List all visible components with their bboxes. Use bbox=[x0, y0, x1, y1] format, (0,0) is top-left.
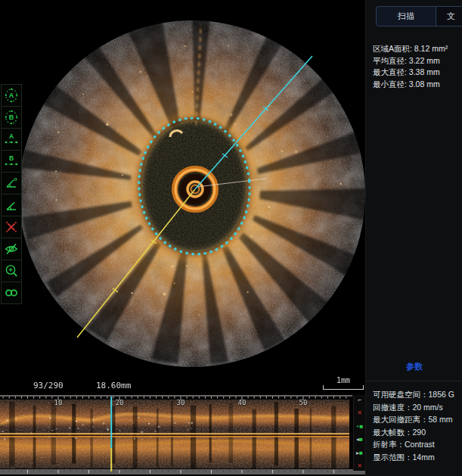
panel-divider bbox=[366, 381, 462, 381]
area-b-tool[interactable]: B bbox=[1, 106, 22, 129]
zoom-in-tool[interactable] bbox=[1, 260, 22, 282]
tab-file[interactable]: 文 bbox=[436, 7, 462, 26]
lmode-marker-strip: ⌐✕+■◂■▸■✕ bbox=[353, 395, 365, 471]
right-panel: 扫描 文 区域A面积: 8.12 mm²平均直径: 3.22 mm最大直径: 3… bbox=[365, 0, 462, 476]
info-line: 可用硬盘空间：1856 G bbox=[373, 388, 454, 401]
pullback-position: 18.60mm bbox=[96, 381, 131, 390]
info-line: 最大帧数：290 bbox=[373, 426, 454, 439]
scale-label: 1mm bbox=[323, 376, 364, 384]
oct-cross-section-view[interactable] bbox=[0, 0, 365, 394]
scale-bracket-icon bbox=[323, 385, 364, 390]
info-line: 折射率：Contrast bbox=[373, 438, 454, 451]
measurement-toolbar: A B A B bbox=[1, 85, 22, 304]
tab-scan[interactable]: 扫描 bbox=[377, 7, 436, 26]
angle-b-tool[interactable] bbox=[1, 194, 22, 216]
info-line: 最大回撤距离：58 mm bbox=[373, 413, 454, 426]
system-info: 可用硬盘空间：1856 G回撤速度：20 mm/s最大回撤距离：58 mm最大帧… bbox=[373, 388, 454, 464]
measurement-line: 区域A面积: 8.12 mm² bbox=[373, 43, 448, 55]
tab-scan-label: 扫描 bbox=[398, 11, 414, 20]
panel-tabbar: 扫描 文 bbox=[376, 6, 462, 26]
measurement-results: 区域A面积: 8.12 mm²平均直径: 3.22 mm最大直径: 3.38 m… bbox=[373, 43, 448, 90]
frame-counter: 93/290 bbox=[33, 381, 64, 390]
ruler-tick-label: 20 bbox=[113, 399, 126, 406]
svg-text:B: B bbox=[9, 154, 14, 162]
ruler-tick-label: 50 bbox=[296, 399, 310, 406]
frame-readout: 93/290 18.60mm bbox=[0, 381, 365, 393]
svg-text:A: A bbox=[9, 92, 14, 99]
params-link[interactable]: 参数 bbox=[366, 361, 462, 372]
delete-measurement-tool[interactable] bbox=[1, 216, 22, 238]
measurement-line: 最小直径: 3.08 mm bbox=[373, 79, 448, 91]
measurement-line: 平均直径: 3.22 mm bbox=[373, 55, 448, 67]
continuous-loop-tool[interactable] bbox=[1, 282, 22, 304]
diameter-b-tool[interactable]: B bbox=[1, 150, 22, 173]
scale-bar: 1mm bbox=[323, 376, 364, 390]
range-marker-icon[interactable]: ⌐ bbox=[354, 397, 365, 403]
lmode-scrollbar[interactable] bbox=[0, 469, 365, 474]
hide-overlay-tool[interactable] bbox=[1, 238, 22, 260]
measurement-line: 最大直径: 3.38 mm bbox=[373, 67, 448, 79]
frame-playhead[interactable] bbox=[110, 397, 112, 471]
oct-workstation-window: A B A B 93/290 18.60mm 1mm bbox=[0, 0, 462, 476]
add-bookmark-icon[interactable]: +■ bbox=[354, 423, 365, 430]
lmode-longitudinal-view[interactable]: 1020304050 ⌐✕+■◂■▸■✕ bbox=[0, 394, 365, 476]
delete-bookmark-icon[interactable]: ✕ bbox=[354, 462, 365, 469]
svg-text:A: A bbox=[9, 132, 14, 140]
diameter-a-tool[interactable]: A bbox=[1, 128, 22, 151]
tab-file-label: 文 bbox=[447, 11, 455, 20]
info-line: 回撤速度：20 mm/s bbox=[373, 401, 454, 414]
angle-a-tool[interactable] bbox=[1, 172, 22, 194]
ruler-tick-label: 10 bbox=[51, 399, 65, 406]
clear-marker-icon[interactable]: ✕ bbox=[354, 409, 365, 416]
oct-image[interactable] bbox=[0, 0, 365, 394]
ruler-tick-label: 40 bbox=[235, 399, 249, 406]
area-a-tool[interactable]: A bbox=[1, 84, 22, 107]
prev-bookmark-icon[interactable]: ◂■ bbox=[354, 436, 365, 443]
info-line: 显示范围：14mm bbox=[373, 451, 454, 464]
ruler-tick-label: 30 bbox=[174, 399, 188, 406]
svg-text:B: B bbox=[9, 114, 14, 121]
next-bookmark-icon[interactable]: ▸■ bbox=[354, 450, 365, 456]
